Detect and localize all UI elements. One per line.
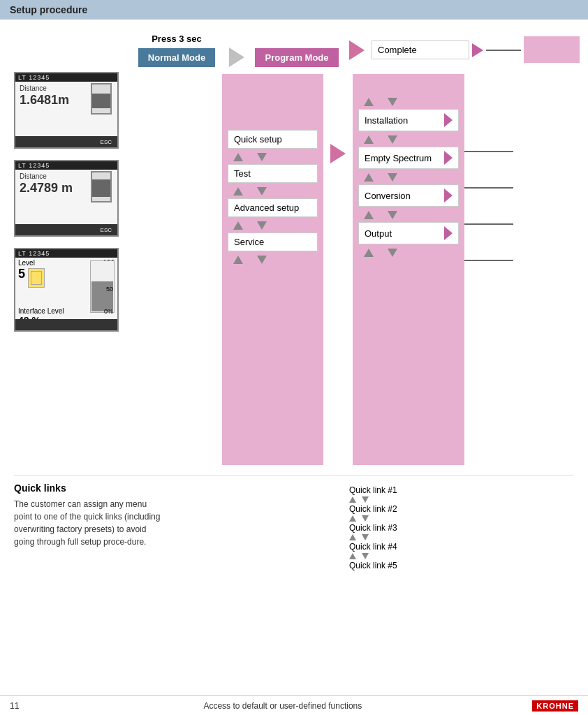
ql-tri-down-4[interactable] [362, 553, 369, 559]
arrow-installation [444, 113, 453, 127]
device-tank-icon-2 [91, 171, 112, 202]
device-body-2: Distance 2.4789 m [15, 170, 117, 198]
menu-item-advanced-setup[interactable]: Advanced setup [228, 198, 318, 217]
arrow-prog-to-install [330, 144, 346, 163]
install-header-block: Complete [372, 36, 580, 64]
tri-up-i5[interactable] [364, 249, 374, 257]
install-item-installation[interactable]: Installation [358, 109, 459, 131]
tri-up-i2[interactable] [364, 135, 374, 144]
ql-tri-down-2[interactable] [362, 515, 369, 522]
device-header-2: LT 12345 [15, 161, 117, 170]
ql-tri-up-3[interactable] [349, 534, 356, 540]
flow-main: Press 3 sec Normal Mode Program Mode Com… [131, 34, 580, 465]
tri-up-1[interactable] [233, 153, 243, 161]
ql-label-2: Quick link #2 [349, 504, 397, 514]
arrow-output [444, 226, 453, 240]
install-item-empty-spectrum[interactable]: Empty Spectrum [358, 147, 459, 169]
install-arrows-above-conversion [358, 170, 459, 184]
footer-text: Access to default or user-defined functi… [33, 701, 532, 711]
normal-mode-button[interactable]: Normal Mode [138, 48, 215, 67]
tri-up-2[interactable] [233, 187, 243, 196]
device-body-1: Distance 1.6481m [15, 82, 117, 110]
quick-link-item-4: Quick link #4 [349, 542, 397, 552]
quick-link-item-5: Quick link #5 [349, 561, 397, 570]
line-empty-spectrum [464, 187, 513, 189]
device-esc-bar-2: ESC [15, 224, 117, 235]
tri-up-i1[interactable] [364, 98, 374, 106]
normal-mode-block: Press 3 sec Normal Mode [131, 34, 222, 67]
tri-up-4[interactable] [233, 256, 243, 264]
line-complete [486, 50, 521, 51]
ql-label-1: Quick link #1 [349, 485, 397, 495]
bottom-bar: 11 Access to default or user-defined fun… [0, 695, 588, 715]
menu-arrows-test [228, 184, 318, 198]
install-arrows-above-install [358, 95, 459, 109]
program-mode-button[interactable]: Program Mode [255, 48, 338, 67]
tri-down-4[interactable] [257, 256, 267, 264]
ql-tri-down-3[interactable] [362, 534, 369, 540]
device-yellow-box [28, 268, 45, 288]
install-item-output[interactable]: Output [358, 222, 459, 244]
menu-item-test[interactable]: Test [228, 164, 318, 183]
ql-label-5: Quick link #5 [349, 561, 397, 570]
quick-links-title: Quick links [14, 482, 161, 494]
tri-down-i4[interactable] [388, 211, 397, 219]
quick-link-item-3: Quick link #3 [349, 523, 397, 533]
tri-down-1[interactable] [257, 153, 267, 161]
quick-link-item-1: Quick link #1 [349, 485, 397, 495]
line-installation [464, 151, 513, 152]
device-mid-val: 50 [106, 286, 113, 293]
device-header-3: LT 12345 [15, 249, 117, 258]
install-item-complete[interactable]: Complete [372, 40, 469, 59]
device-level-label: Level [18, 259, 35, 267]
ql-arrows-3 [349, 534, 397, 540]
install-arrows-above-empty [358, 133, 459, 147]
device-header-1: LT 12345 [15, 73, 117, 82]
page-number: 11 [10, 701, 19, 711]
flow-header-row: Press 3 sec Normal Mode Program Mode Com… [131, 34, 580, 67]
menu-item-service[interactable]: Service [228, 233, 318, 251]
pink-box-top-right [524, 36, 580, 63]
tri-down-i2[interactable] [388, 135, 397, 144]
ql-tri-up-1[interactable] [349, 496, 356, 503]
tri-down-i3[interactable] [388, 173, 397, 182]
tri-down-i1[interactable] [388, 98, 397, 106]
device-screen-2: LT 12345 Distance 2.4789 m ESC [14, 160, 119, 237]
install-arrows-below-output [358, 246, 459, 260]
tri-down-i5[interactable] [388, 249, 397, 257]
tri-up-i4[interactable] [364, 211, 374, 219]
tri-down-2[interactable] [257, 187, 267, 196]
arrow-to-program [229, 47, 244, 67]
device-value-3: 5 [18, 267, 25, 281]
menu-arrows-service [228, 253, 318, 267]
arrow-to-menus [349, 40, 365, 60]
ql-tri-up-2[interactable] [349, 515, 356, 522]
ql-arrows-4 [349, 553, 397, 559]
ql-arrows-1 [349, 496, 397, 503]
press-label: Press 3 sec [152, 34, 202, 44]
quick-links-desc: The customer can assign any menu point t… [14, 498, 161, 548]
ql-tri-up-4[interactable] [349, 553, 356, 559]
install-list: Installation Empty Spectrum [353, 74, 464, 465]
quick-links-list: Quick link #1 Quick link #2 Quick link #… [349, 485, 397, 570]
install-item-conversion[interactable]: Conversion [358, 184, 459, 207]
tri-down-3[interactable] [257, 221, 267, 230]
line-output [464, 260, 513, 261]
tri-up-3[interactable] [233, 221, 243, 230]
krohne-logo: KROHNE [532, 700, 578, 712]
program-menu: Quick setup Test Advanced setup [222, 74, 323, 465]
menu-item-quick-setup[interactable]: Quick setup [228, 130, 318, 149]
device-esc-text-1: ESC [101, 139, 112, 145]
quick-link-item-2: Quick link #2 [349, 504, 397, 514]
ql-tri-down-1[interactable] [362, 496, 369, 503]
ql-label-3: Quick link #3 [349, 523, 397, 533]
arrow-complete [472, 43, 483, 57]
device-level-value: 5 [18, 267, 115, 288]
arrow-conversion [444, 189, 453, 202]
device-esc-bar-3 [15, 319, 117, 330]
tri-up-i3[interactable] [364, 173, 374, 182]
device-esc-text-2: ESC [101, 227, 112, 233]
right-lines-col [464, 74, 513, 286]
main-content: LT 12345 Distance 1.6481m ESC LT 12345 [0, 20, 588, 598]
device-esc-bar-1: ESC [15, 136, 117, 147]
